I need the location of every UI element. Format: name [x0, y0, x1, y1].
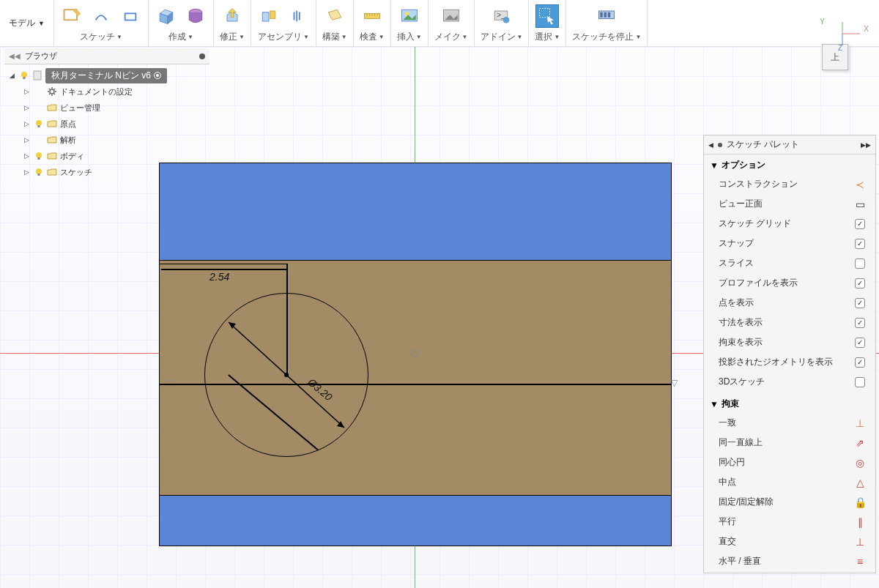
tree-item[interactable]: ▷解析: [4, 132, 209, 148]
browser-menu-icon[interactable]: [199, 53, 205, 59]
palette-constraint-row[interactable]: 同心円◎: [710, 453, 869, 472]
primitive-icon[interactable]: [184, 4, 207, 28]
checkbox[interactable]: [855, 258, 865, 269]
tree-item[interactable]: ▷ドキュメントの設定: [4, 83, 209, 100]
checkbox[interactable]: [855, 219, 865, 229]
bulb-icon[interactable]: [19, 70, 29, 81]
palette-option-row[interactable]: コンストラクション≺: [710, 174, 869, 194]
bulb-on-icon[interactable]: [34, 151, 44, 161]
constraint-glyph-icon[interactable]: ⊥: [853, 417, 867, 429]
tree-item[interactable]: ▷ボディ: [4, 148, 209, 164]
palette-expand-icon[interactable]: ▶▶: [861, 141, 871, 149]
viewcube[interactable]: Y X Z 上: [822, 23, 866, 70]
nav-left-icon[interactable]: ◀◀: [9, 52, 21, 60]
checkbox[interactable]: [855, 298, 865, 308]
plane-icon[interactable]: [323, 4, 346, 28]
palette-option-row[interactable]: 点を表示: [710, 293, 869, 313]
workspace-label: モデル: [9, 17, 35, 29]
palette-option-row[interactable]: 投影されたジオメトリを表示: [710, 352, 869, 372]
constraint-glyph-icon[interactable]: ◎: [853, 457, 867, 469]
tree-item[interactable]: ▷ビュー管理: [4, 100, 209, 116]
expander-icon[interactable]: ▷: [22, 152, 31, 160]
checkbox[interactable]: [855, 357, 865, 368]
svg-line-37: [49, 94, 50, 94]
palette-option-row[interactable]: スナップ: [710, 234, 869, 253]
constraint-glyph-icon[interactable]: ≡: [853, 556, 867, 567]
rectangle-tool-icon[interactable]: [119, 4, 142, 28]
palette-option-row[interactable]: プロファイルを表示: [710, 273, 869, 293]
checkbox[interactable]: [855, 338, 865, 348]
tree-root[interactable]: ◢ 秋月ターミナル Nピン v6: [4, 67, 209, 83]
svg-rect-22: [540, 9, 550, 18]
create-sketch-icon[interactable]: [60, 4, 84, 28]
checkbox[interactable]: [855, 278, 865, 289]
svg-rect-44: [38, 174, 40, 176]
checkbox[interactable]: [855, 377, 865, 387]
horiz-edge-marker-left: ▽: [167, 378, 174, 388]
section-title-constraints: 拘束: [722, 398, 739, 410]
constraint-glyph-icon[interactable]: △: [853, 477, 867, 488]
constraint-glyph-icon[interactable]: ⊥: [853, 536, 867, 548]
palette-option-row[interactable]: 3Dスケッチ: [710, 372, 869, 392]
origin-icon: [409, 347, 420, 359]
active-indicator-icon: [154, 72, 161, 79]
palette-option-row[interactable]: 寸法を表示: [710, 313, 869, 332]
make-icon[interactable]: [440, 4, 463, 28]
palette-option-row[interactable]: スライス: [710, 253, 869, 273]
browser-header[interactable]: ◀◀ ブラウザ: [4, 48, 209, 64]
expander-icon[interactable]: ▷: [22, 168, 31, 176]
line-tool-icon[interactable]: [89, 4, 113, 28]
sketch-palette: ◀ スケッチ パレット ▶▶ ▼オプション コンストラクション≺ビュー正面▭スケ…: [703, 135, 876, 573]
palette-constraint-row[interactable]: 固定/固定解除🔒: [710, 492, 869, 512]
constraint-glyph-icon[interactable]: ∥: [853, 516, 867, 528]
option-glyph-icon[interactable]: ▭: [853, 198, 867, 210]
expander-icon[interactable]: ▷: [22, 88, 31, 95]
expander-icon[interactable]: ▷: [22, 104, 31, 111]
stop-sketch-icon[interactable]: [595, 4, 618, 28]
option-label: ビュー正面: [719, 198, 853, 210]
joint-icon[interactable]: [257, 4, 281, 28]
svg-rect-26: [608, 12, 611, 18]
tree-item[interactable]: ▷原点: [4, 116, 209, 132]
toolbar-group-construct: 構築▼: [316, 0, 354, 46]
bulb-on-icon[interactable]: [34, 167, 44, 177]
doc-name-chip[interactable]: 秋月ターミナル Nピン v6: [45, 68, 167, 83]
measure-icon[interactable]: [360, 4, 384, 28]
option-glyph-icon[interactable]: ≺: [853, 179, 867, 190]
workspace-dropdown[interactable]: モデル ▼: [0, 0, 54, 46]
toolbar-group-insert: 挿入▼: [391, 0, 429, 46]
palette-constraint-row[interactable]: 一致⊥: [710, 413, 869, 433]
select-icon[interactable]: [535, 4, 559, 28]
palette-dot-icon: [718, 143, 722, 147]
body-bottom: [159, 495, 672, 546]
palette-constraint-row[interactable]: 直交⊥: [710, 532, 869, 551]
insert-image-icon[interactable]: [398, 4, 421, 28]
expander-icon[interactable]: ▷: [22, 120, 31, 127]
addin-icon[interactable]: >_: [489, 4, 513, 28]
extrude-icon[interactable]: [155, 4, 178, 28]
palette-constraint-row[interactable]: 平行∥: [710, 512, 869, 532]
press-pull-icon[interactable]: [220, 4, 244, 28]
toolbar: モデル ▼ スケッチ▼ 作成▼ 修正▼ アセンブリ▼: [0, 0, 879, 47]
palette-option-row[interactable]: スケッチ グリッド: [710, 214, 869, 234]
toolbar-group-addin: >_ アドイン▼: [475, 0, 530, 46]
constraint-label: 水平 / 垂直: [719, 555, 853, 567]
expander-icon[interactable]: ◢: [7, 72, 16, 79]
tree-item[interactable]: ▷スケッチ: [4, 164, 209, 180]
checkbox[interactable]: [855, 239, 865, 249]
palette-option-row[interactable]: ビュー正面▭: [710, 194, 869, 214]
constraint-glyph-icon[interactable]: 🔒: [853, 496, 867, 508]
svg-line-35: [49, 89, 50, 89]
palette-header[interactable]: ◀ スケッチ パレット ▶▶: [704, 135, 875, 155]
palette-constraint-row[interactable]: 同一直線上⇗: [710, 433, 869, 453]
palette-option-row[interactable]: 拘束を表示: [710, 332, 869, 352]
checkbox[interactable]: [855, 318, 865, 328]
palette-constraint-row[interactable]: 水平 / 垂直≡: [710, 551, 869, 571]
assembly-mirror-icon[interactable]: [286, 4, 310, 28]
expander-icon[interactable]: ▷: [22, 136, 31, 144]
dim-horizontal-value[interactable]: 2.54: [209, 271, 229, 283]
bulb-on-icon[interactable]: [34, 119, 44, 129]
constraint-label: 一致: [719, 417, 853, 429]
palette-constraint-row[interactable]: 中点△: [710, 472, 869, 492]
constraint-glyph-icon[interactable]: ⇗: [853, 437, 867, 449]
